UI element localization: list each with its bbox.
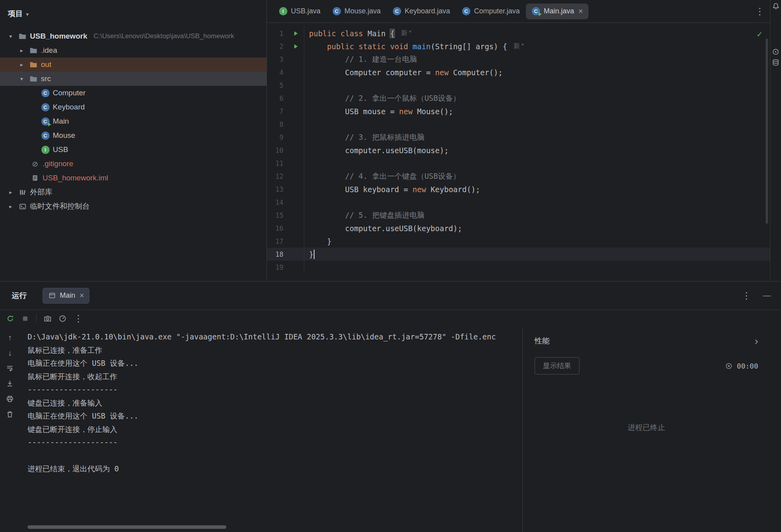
code-line-19[interactable]: 19 xyxy=(267,261,770,274)
run-tab-main[interactable]: Main × xyxy=(43,288,89,304)
timer: 00:00 xyxy=(725,362,758,370)
tab-USB.java[interactable]: IUSB.java xyxy=(273,4,326,19)
tree-item-临时文件和控制台[interactable]: ▸临时文件和控制台 xyxy=(0,199,267,213)
tree-item-Computer[interactable]: CComputer xyxy=(0,86,267,100)
close-icon[interactable]: × xyxy=(80,291,84,300)
code-line-4[interactable]: 4 Computer computer = new Computer(); xyxy=(267,66,770,79)
class-icon: C xyxy=(332,7,341,15)
chevron-right-icon[interactable]: ▸ xyxy=(6,203,15,209)
line-number: 15 xyxy=(267,211,287,219)
more-icon[interactable]: ⋮ xyxy=(74,314,83,323)
code-line-3[interactable]: 3 // 1. 建造一台电脑 xyxy=(267,53,770,66)
code-line-13[interactable]: 13 USB keyboard = new Keyboard(); xyxy=(267,183,770,196)
console-gutter: ↑↓ xyxy=(0,327,20,532)
code-line-1[interactable]: 1public class Main {新 * xyxy=(267,27,770,40)
console-output[interactable]: D:\Java\jdk-21.0.10\bin\java.exe "-javaa… xyxy=(20,327,522,532)
chevron-down-icon[interactable]: ▾ xyxy=(17,76,26,82)
chevron-right-icon[interactable]: ▸ xyxy=(6,189,15,195)
up-arrow-icon[interactable]: ↑ xyxy=(8,334,12,341)
clear-icon[interactable] xyxy=(6,410,14,418)
tree-item-Keyboard[interactable]: CKeyboard xyxy=(0,100,267,114)
code-line-8[interactable]: 8 xyxy=(267,118,770,131)
print-icon[interactable] xyxy=(6,395,14,403)
code-line-9[interactable]: 9 // 3. 把鼠标插进电脑 xyxy=(267,131,770,144)
tab-Main.java[interactable]: CMain.java× xyxy=(526,4,589,19)
down-arrow-icon[interactable]: ↓ xyxy=(8,349,12,357)
run-line-icon[interactable] xyxy=(287,43,304,50)
interface-icon: I xyxy=(279,7,287,15)
inspections-ok-icon[interactable]: ✓ xyxy=(757,29,762,39)
editor-scrollbar[interactable] xyxy=(766,39,768,224)
folder-icon xyxy=(29,61,38,69)
rerun-icon[interactable] xyxy=(6,315,14,323)
project-panel-title[interactable]: 项目 xyxy=(8,9,23,19)
profiler-icon[interactable] xyxy=(59,315,67,323)
code-line-17[interactable]: 17 } xyxy=(267,235,770,248)
code-line-12[interactable]: 12 // 4. 拿出一个键盘（USB设备） xyxy=(267,170,770,183)
stop-icon[interactable] xyxy=(21,315,29,323)
tree-item-Mouse[interactable]: CMouse xyxy=(0,128,267,143)
tree-item-USB[interactable]: IUSB xyxy=(0,143,267,157)
tree-item-out[interactable]: ▸out xyxy=(0,57,267,72)
code-line-15[interactable]: 15 // 5. 把键盘插进电脑 xyxy=(267,209,770,222)
folder-icon xyxy=(18,32,27,40)
soft-wrap-icon[interactable] xyxy=(6,364,14,372)
code-line-16[interactable]: 16 computer.useUSB(keyboard); xyxy=(267,222,770,235)
right-toolbar-stripe xyxy=(770,0,781,281)
console-line: 进程已结束，退出代码为 0 xyxy=(28,462,522,476)
line-number: 9 xyxy=(267,133,287,141)
chevron-right-icon[interactable]: ▸ xyxy=(17,61,26,68)
close-icon[interactable]: × xyxy=(578,7,583,16)
tree-item-外部库[interactable]: ▸外部库 xyxy=(0,185,267,199)
code-line-6[interactable]: 6 // 2. 拿出一个鼠标（USB设备） xyxy=(267,92,770,105)
ai-assistant-icon[interactable] xyxy=(772,48,779,56)
tree-item-src[interactable]: ▾src xyxy=(0,72,267,86)
show-results-button[interactable]: 显示结果 xyxy=(535,357,579,374)
console-line: D:\Java\jdk-21.0.10\bin\java.exe "-javaa… xyxy=(28,330,522,344)
tree-item-.idea[interactable]: ▸.idea xyxy=(0,43,267,57)
ignored-file-icon: ⊘ xyxy=(31,160,39,168)
chevron-down-icon[interactable]: ▾ xyxy=(26,11,29,17)
tab-Computer.java[interactable]: CComputer.java xyxy=(456,4,525,19)
line-number: 16 xyxy=(267,224,287,232)
tree-item-USB_homework[interactable]: ▾USB_homeworkC:\Users\Lenovo\Desktop\jav… xyxy=(0,29,267,43)
code-editor[interactable]: 1public class Main {新 *2 public static v… xyxy=(267,23,770,281)
notifications-bell-icon[interactable] xyxy=(772,2,780,10)
line-number: 4 xyxy=(267,69,287,76)
code-line-18[interactable]: 18} xyxy=(267,248,770,261)
run-panel-title: 运行 xyxy=(12,291,27,301)
console-scrollbar[interactable] xyxy=(28,525,226,529)
database-icon[interactable] xyxy=(772,59,779,66)
chevron-down-icon[interactable]: ▾ xyxy=(6,33,15,39)
run-toolbar: ⋮ xyxy=(0,310,781,327)
chevron-right-icon[interactable]: ▸ xyxy=(17,47,26,54)
runnable-class-icon: C xyxy=(41,117,50,126)
code-line-11[interactable]: 11 xyxy=(267,157,770,170)
code-line-10[interactable]: 10 computer.useUSB(mouse); xyxy=(267,144,770,157)
code-line-14[interactable]: 14 xyxy=(267,196,770,209)
console-line: 电脑正在使用这个 USB 设备... xyxy=(28,357,522,370)
run-line-icon[interactable] xyxy=(287,30,304,37)
tree-item-.gitignore[interactable]: ⊘.gitignore xyxy=(0,157,267,171)
tree-item-Main[interactable]: CMain xyxy=(0,114,267,128)
more-icon[interactable]: ⋮ xyxy=(742,291,751,300)
ide-window: 项目 ▾ ▾USB_homeworkC:\Users\Lenovo\Deskto… xyxy=(0,0,781,532)
scroll-to-end-icon[interactable] xyxy=(6,380,14,387)
tab-Mouse.java[interactable]: CMouse.java xyxy=(327,4,386,19)
tree-item-USB_homework.iml[interactable]: USB_homework.iml xyxy=(0,171,267,185)
thread-dump-icon[interactable] xyxy=(44,315,52,323)
code-lines: 1public class Main {新 *2 public static v… xyxy=(267,27,770,274)
chevron-right-icon[interactable]: › xyxy=(755,336,758,346)
code-line-2[interactable]: 2 public static void main(String[] args)… xyxy=(267,40,770,53)
line-number: 12 xyxy=(267,172,287,180)
code-line-7[interactable]: 7 USB mouse = new Mouse(); xyxy=(267,105,770,118)
console-line: -------------------- xyxy=(28,383,522,397)
console-line: 鼠标已断开连接，收起工作 xyxy=(28,370,522,384)
tab-Keyboard.java[interactable]: CKeyboard.java xyxy=(387,4,455,19)
library-icon xyxy=(18,189,27,196)
editor-tabs: IUSB.javaCMouse.javaCKeyboard.javaCCompu… xyxy=(273,0,589,22)
more-icon[interactable]: ⋮ xyxy=(755,6,764,17)
hide-icon[interactable]: — xyxy=(763,291,771,300)
folder-icon xyxy=(29,75,38,83)
code-line-5[interactable]: 5 xyxy=(267,79,770,92)
